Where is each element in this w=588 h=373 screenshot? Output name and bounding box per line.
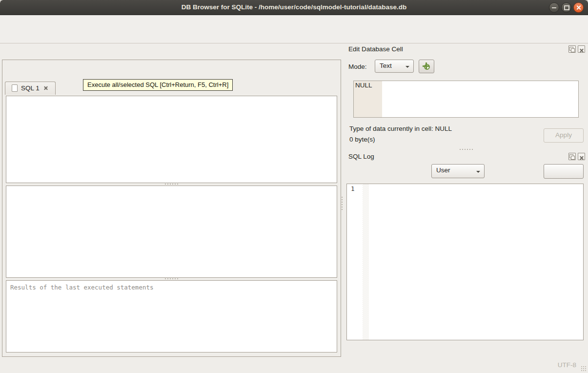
status-bar: UTF-8	[0, 358, 588, 373]
resize-grip-icon[interactable]	[581, 366, 587, 372]
sql-file-icon	[11, 84, 18, 92]
splitter-docks[interactable]	[345, 148, 588, 150]
sql-editor-tab-bar: SQL 1	[5, 82, 56, 96]
tab-sql-1[interactable]: SQL 1	[5, 82, 56, 95]
close-icon	[578, 47, 584, 53]
clear-button[interactable]	[544, 164, 584, 179]
sql-log-view[interactable]: 1	[346, 184, 584, 340]
main-toolbar	[0, 26, 588, 43]
float-icon	[569, 46, 575, 53]
cell-value-editor[interactable]: NULL	[353, 81, 579, 118]
splitter-editor-results[interactable]	[6, 183, 337, 185]
mode-select[interactable]: Text	[375, 60, 414, 73]
splitter-main-vertical[interactable]	[342, 196, 343, 210]
apply-button: Apply	[544, 128, 584, 143]
window-title: DB Browser for SQLite - /home/user/code/…	[0, 0, 588, 15]
menu-bar	[0, 15, 588, 26]
splitter-results-messages[interactable]	[6, 277, 337, 280]
log-text-area	[369, 184, 583, 340]
results-grid	[6, 186, 337, 278]
close-icon[interactable]	[573, 2, 584, 13]
dock-area: Edit Database Cell Mode: Text NULL Type …	[345, 43, 588, 358]
sql-log-dock-title: SQL Log	[348, 153, 374, 160]
float-icon	[569, 154, 575, 160]
mode-label: Mode:	[348, 63, 367, 70]
cell-type-info: Type of data currently in cell: NULL	[349, 125, 452, 132]
float-icon[interactable]	[568, 45, 576, 53]
log-filter-select[interactable]: User	[431, 164, 485, 178]
close-icon	[578, 155, 584, 160]
execute-sql-panel: SQL 1 Results of the last executed state…	[2, 60, 341, 357]
title-bar[interactable]: DB Browser for SQLite - /home/user/code/…	[0, 0, 588, 15]
results-message-pane: Results of the last executed statements	[6, 280, 337, 352]
sql-editor[interactable]	[6, 96, 337, 183]
encoding-label: UTF-8	[558, 361, 576, 369]
tooltip: Execute all/selected SQL [Ctrl+Return, F…	[83, 79, 233, 91]
import-export-button[interactable]	[419, 60, 434, 73]
app-window: DB Browser for SQLite - /home/user/code/…	[0, 0, 588, 373]
gear-icon	[422, 62, 431, 71]
window-controls	[549, 2, 584, 13]
float-icon[interactable]	[568, 153, 576, 160]
edit-cell-dock-buttons	[568, 45, 585, 53]
cell-value-area[interactable]	[382, 81, 578, 117]
log-fold-margin	[363, 184, 369, 340]
log-filter-value: User	[436, 166, 450, 174]
minimize-icon[interactable]	[549, 2, 559, 13]
mode-value: Text	[380, 62, 392, 69]
close-dock-icon[interactable]	[578, 45, 585, 53]
sql-log-dock-buttons	[568, 153, 585, 160]
maximize-icon[interactable]	[561, 2, 571, 13]
cell-value: NULL	[354, 81, 382, 117]
close-tab-icon[interactable]	[43, 85, 49, 91]
cell-size-info: 0 byte(s)	[349, 136, 375, 143]
edit-cell-dock-title: Edit Database Cell	[348, 45, 403, 53]
sql-tab-label: SQL 1	[21, 84, 40, 92]
results-placeholder: Results of the last executed statements	[10, 284, 154, 291]
close-dock-icon[interactable]	[578, 153, 585, 160]
log-line-number: 1	[347, 184, 363, 340]
